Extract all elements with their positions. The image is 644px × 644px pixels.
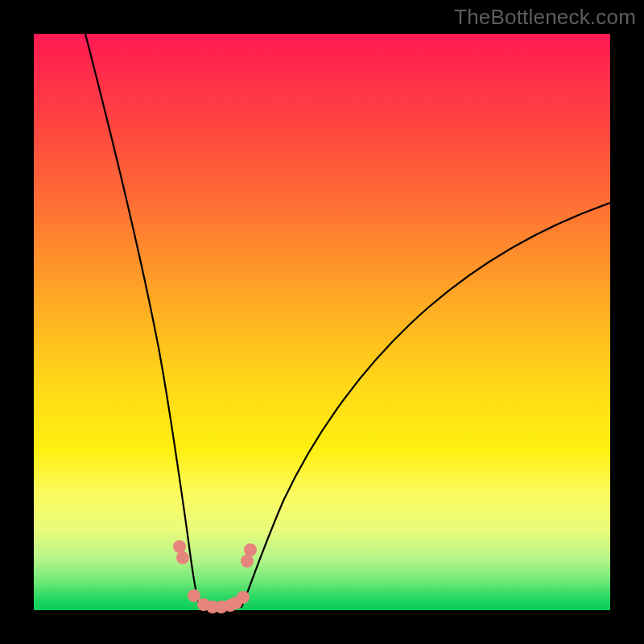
marker-dot <box>176 551 189 564</box>
marker-dot <box>244 543 257 556</box>
plot-area <box>34 34 610 610</box>
marker-dot <box>173 540 186 553</box>
watermark-text: TheBottleneck.com <box>454 5 636 30</box>
chart-frame: TheBottleneck.com <box>0 0 644 644</box>
curve-left-branch <box>85 34 200 607</box>
curve-layer <box>34 34 610 610</box>
marker-group <box>173 540 257 613</box>
marker-dot <box>188 589 200 602</box>
curve-right-branch <box>242 203 610 607</box>
marker-dot <box>241 555 254 568</box>
marker-dot <box>237 591 250 604</box>
